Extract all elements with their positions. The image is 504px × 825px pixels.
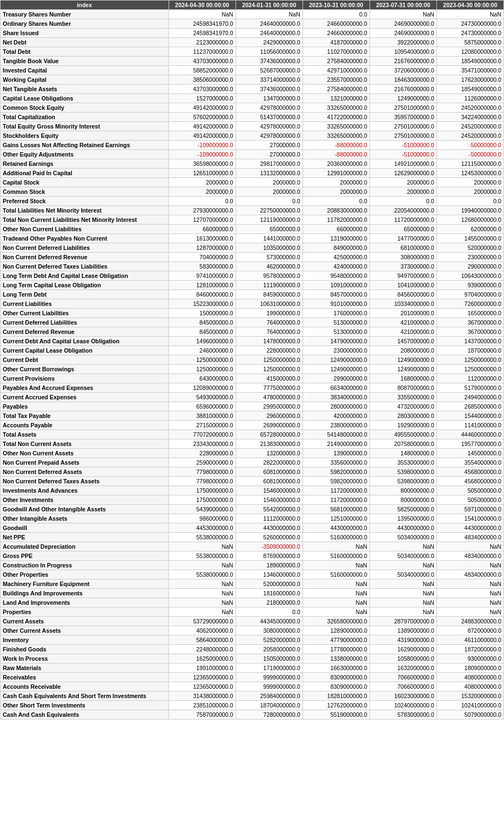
row-value: 505000000.0 (436, 495, 503, 505)
row-value: 19940000000.0 (436, 206, 503, 215)
row-value: 1632000000.0 (369, 664, 436, 673)
row-label: Current Accrued Expenses (1, 393, 169, 402)
row-label: Goodwill (1, 523, 169, 533)
row-value: 5260000000.0 (236, 533, 303, 542)
row-label: Additional Paid In Capital (1, 169, 169, 178)
row-value: 4834000000.0 (436, 533, 503, 542)
table-row: Current Accrued Expenses5493000000.04780… (1, 393, 504, 402)
row-value: 4780000000.0 (236, 393, 303, 402)
row-label: Net Debt (1, 38, 169, 47)
row-value: NaN (303, 607, 369, 617)
row-value: 5519000000.0 (303, 710, 369, 720)
row-value: 1750000000.0 (169, 486, 236, 495)
row-value: 704000000.0 (169, 253, 236, 262)
table-row: Other Investments1750000000.01546000000.… (1, 495, 504, 505)
row-value: 3881000000.0 (169, 411, 236, 421)
row-value: 1249000000.0 (303, 365, 369, 374)
row-label: Preferred Stock (1, 197, 169, 206)
row-value: 5875000000.0 (436, 38, 503, 47)
row-value: 168000000.0 (369, 374, 436, 383)
table-row: Share Issued24598341970.024640000000.024… (1, 29, 504, 38)
row-value: 1663000000.0 (303, 664, 369, 673)
row-value: 0.0 (369, 197, 436, 206)
row-value: 11056000000.0 (236, 47, 303, 57)
row-value: 42978000000.0 (236, 103, 303, 113)
row-value: 44345000000.0 (236, 617, 303, 626)
table-row: Other Equity Adjustments-109000000.02700… (1, 150, 504, 159)
row-label: Current Deferred Liabilities (1, 318, 169, 327)
row-value: 27930000000.0 (169, 206, 236, 215)
row-value: 1750000000.0 (169, 495, 236, 505)
row-value: NaN (303, 561, 369, 570)
row-value: 21676000000.0 (369, 57, 436, 66)
row-label: Total Assets (1, 430, 169, 439)
row-label: Inventory (1, 636, 169, 645)
row-value: 505000000.0 (436, 486, 503, 495)
row-value: 3080000000.0 (236, 626, 303, 636)
row-value: 1477000000.0 (369, 234, 436, 243)
row-value: 5542000000.0 (236, 505, 303, 514)
row-value: 3834000000.0 (303, 393, 369, 402)
table-row: Gains Losses Not Affecting Retained Earn… (1, 141, 504, 150)
row-value: 187000000.0 (436, 346, 503, 355)
row-value: 112000000.0 (436, 374, 503, 383)
row-value: 150000000.0 (169, 309, 236, 318)
row-value: -88000000.0 (303, 150, 369, 159)
row-value: 849000000.0 (303, 243, 369, 253)
row-value: 1541000000.0 (436, 514, 503, 523)
row-value: 20360000000.0 (303, 159, 369, 169)
table-row: Goodwill And Other Intangible Assets5439… (1, 505, 504, 514)
row-value: NaN (436, 561, 503, 570)
row-value: 872000000.0 (436, 626, 503, 636)
row-value: NaN (169, 542, 236, 551)
table-row: Other Intangible Assets986000000.0111200… (1, 514, 504, 523)
row-value: NaN (303, 579, 369, 589)
row-value: 1457000000.0 (369, 337, 436, 346)
row-label: Current Debt And Capital Lease Obligatio… (1, 337, 169, 346)
row-label: Capital Stock (1, 178, 169, 187)
row-value: 43703000000.0 (169, 57, 236, 66)
row-value: 573000000.0 (236, 253, 303, 262)
row-value: 421000000.0 (369, 327, 436, 337)
row-value: 148000000.0 (369, 449, 436, 458)
row-value: 5179000000.0 (436, 383, 503, 393)
row-value: 33265000000.0 (303, 103, 369, 113)
row-value: 66000000.0 (169, 225, 236, 234)
row-value: 2058000000.0 (236, 645, 303, 654)
row-value: 7775000000.0 (236, 383, 303, 393)
row-value: 4732000000.0 (369, 402, 436, 411)
table-row: Receivables12365000000.09999000000.08309… (1, 673, 504, 682)
row-value: 1250000000.0 (436, 355, 503, 365)
row-value: 4080000000.0 (436, 682, 503, 692)
row-value: 1479000000.0 (303, 337, 369, 346)
row-value: 1346000000.0 (236, 570, 303, 579)
row-value: 0.0 (236, 197, 303, 206)
table-row: Other Current Liabilities150000000.01990… (1, 309, 504, 318)
table-row: Non Current Deferred Liabilities12870000… (1, 243, 504, 253)
table-row: Total Debt11237000000.011056000000.01102… (1, 47, 504, 57)
table-row: Long Term Capital Lease Obligation128100… (1, 281, 504, 290)
row-value: 308000000.0 (369, 253, 436, 262)
table-row: Current Deferred Revenue845000000.076400… (1, 327, 504, 337)
row-value: -50000000.0 (436, 150, 503, 159)
row-value: 139000000.0 (303, 449, 369, 458)
row-value: NaN (369, 589, 436, 598)
row-value: 19577000000.0 (436, 439, 503, 449)
row-value: 21383000000.0 (236, 439, 303, 449)
row-value: 5160000000.0 (303, 551, 369, 561)
row-value: 230000000.0 (303, 346, 369, 355)
row-value: 2000000.0 (236, 178, 303, 187)
row-value: 4568000000.0 (436, 477, 503, 486)
row-value: 5398000000.0 (369, 467, 436, 477)
row-value: 1441000000.0 (236, 234, 303, 243)
row-value: 5982000000.0 (303, 477, 369, 486)
row-value: 12651000000.0 (169, 169, 236, 178)
row-label: Other Non Current Assets (1, 449, 169, 458)
table-row: Accounts Payable2715000000.02699000000.0… (1, 421, 504, 430)
row-value: 845000000.0 (169, 327, 236, 337)
row-value: NaN (369, 542, 436, 551)
row-value: 1719000000.0 (236, 664, 303, 673)
row-value: 8769000000.0 (236, 551, 303, 561)
row-value: 2000000.0 (169, 187, 236, 197)
row-value: 18549000000.0 (436, 57, 503, 66)
